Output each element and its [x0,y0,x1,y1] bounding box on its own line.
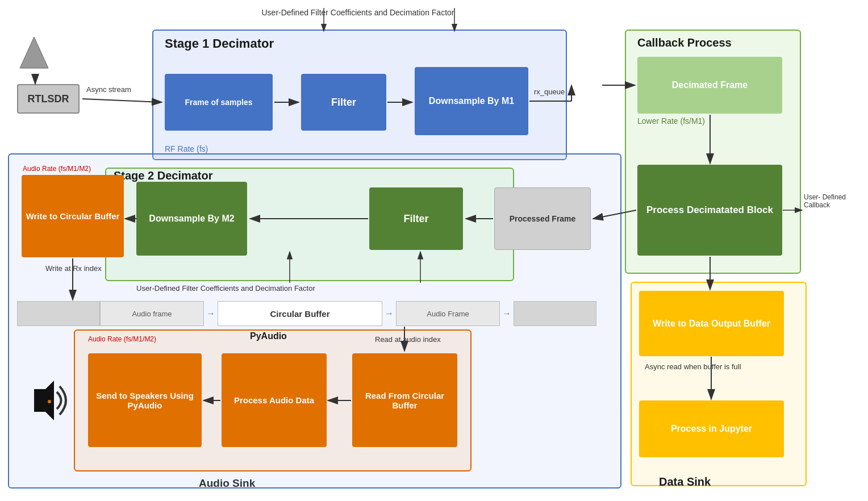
write-circular-block: Write to Circular Buffer [22,175,124,257]
downsample-m2-block: Downsample By M2 [136,182,247,256]
diagram: Stage 1 Decimator RF Rate (fs) User-Defi… [0,0,868,501]
arrow-circ-2: → [382,301,396,326]
pyaudio-label: PyAudio [250,331,287,341]
stage2-bottom-label: User-Defined Filter Coefficients and Dec… [136,284,315,293]
stage1-top-label: User-Defined Filter Coefficients and Dec… [216,8,500,17]
stage1-sublabel: RF Rate (fs) [165,144,208,153]
datasink-label: Data Sink [659,475,711,489]
circ-audio-frame-right: Audio Frame [396,301,500,326]
async-read-label: Async read when buffer is full [645,362,741,371]
circular-buffer-bar: Audio frame → Circular Buffer → Audio Fr… [17,301,596,326]
stage1-label: Stage 1 Decimator [165,36,274,51]
svg-line-6 [82,99,162,102]
audio-rate-label2: Audio Rate (fs/M1/M2) [88,335,156,343]
audio-rate-label1: Audio Rate (fs/M1/M2) [23,165,91,173]
send-speakers-block: Send to Speakers Using PyAudio [88,353,202,447]
antenna-icon [17,34,51,76]
rtlsdr-box: RTLSDR [17,84,80,114]
lower-rate-label: Lower Rate (fs/M1) [637,116,705,126]
stage2-label: Stage 2 Decimator [114,169,213,182]
filter1-block: Filter [301,74,386,131]
process-jupyter-block: Process in Jupyter [639,400,784,457]
circ-buffer-label: Circular Buffer [218,301,382,326]
audio-sink-label: Audio Sink [199,477,255,490]
speaker-icon [11,375,74,426]
filter2-block: Filter [369,187,463,250]
user-defined-callback-label: User- Defined Callback [804,193,861,209]
callback-label: Callback Process [637,36,732,49]
decimated-frame-block: Decimated Frame [637,57,782,114]
read-circular-block: Read From Circular Buffer [352,353,457,447]
write-rx-index-label: Write at Rx index [45,264,102,273]
process-audio-block: Process Audio Data [222,353,327,447]
frame-of-samples-block: Frame of samples [165,74,273,131]
svg-marker-0 [20,37,48,68]
circ-seg-1 [17,301,100,326]
arrow-circ-3: → [500,301,514,326]
svg-point-2 [48,400,51,403]
svg-marker-1 [34,381,54,420]
process-decimated-block: Process Decimatated Block [637,165,782,256]
rx-queue-label: rx_queue [534,87,565,96]
circ-seg-2 [514,301,596,326]
downsample-m1-block: Downsample By M1 [415,67,528,135]
processed-frame-block: Processed Frame [494,187,591,250]
circ-audio-frame-left: Audio frame [100,301,204,326]
arrow-circ-1: → [204,301,218,326]
read-audio-index-label: Read at audio index [375,335,441,344]
write-data-output-block: Write to Data Output Buffer [639,291,784,356]
async-stream-label: Async stream [86,85,131,94]
